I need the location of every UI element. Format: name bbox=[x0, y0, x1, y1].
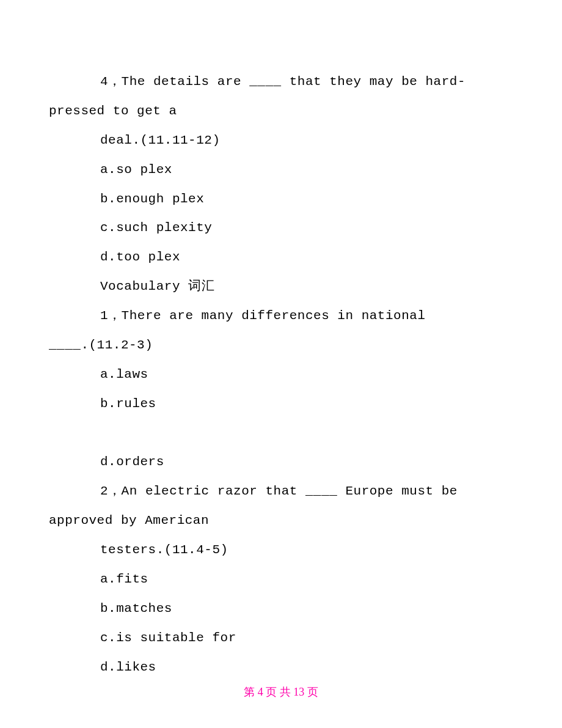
page-footer: 第 4 页 共 13 页 bbox=[0, 680, 562, 705]
text-line bbox=[49, 419, 513, 448]
text-line: approved by American bbox=[49, 506, 513, 535]
text-line: Vocabulary 词汇 bbox=[49, 272, 513, 301]
text-line: b.rules bbox=[49, 389, 513, 419]
text-line: c.such plexity bbox=[49, 213, 513, 243]
content: 4，The details are ____ that they may be … bbox=[49, 67, 513, 682]
text-line: d.too plex bbox=[49, 243, 513, 272]
text-line: 1，There are many differences in national bbox=[49, 301, 513, 331]
text-line: d.likes bbox=[49, 653, 513, 682]
text-line: a.so plex bbox=[49, 155, 513, 185]
text-line: a.fits bbox=[49, 565, 513, 594]
text-line: testers.(11.4-5) bbox=[49, 535, 513, 565]
text-line: b.matches bbox=[49, 594, 513, 623]
text-line: pressed to get a bbox=[49, 97, 513, 126]
document-page: 4，The details are ____ that they may be … bbox=[0, 0, 562, 728]
text-line: c.is suitable for bbox=[49, 623, 513, 653]
text-line: a.laws bbox=[49, 360, 513, 389]
text-line: b.enough plex bbox=[49, 185, 513, 214]
text-line: deal.(11.11-12) bbox=[49, 126, 513, 155]
text-line: d.orders bbox=[49, 447, 513, 477]
text-line: ____.(11.2-3) bbox=[49, 331, 513, 360]
text-line: 2，An electric razor that ____ Europe mus… bbox=[49, 477, 513, 506]
text-line: 4，The details are ____ that they may be … bbox=[49, 67, 513, 97]
